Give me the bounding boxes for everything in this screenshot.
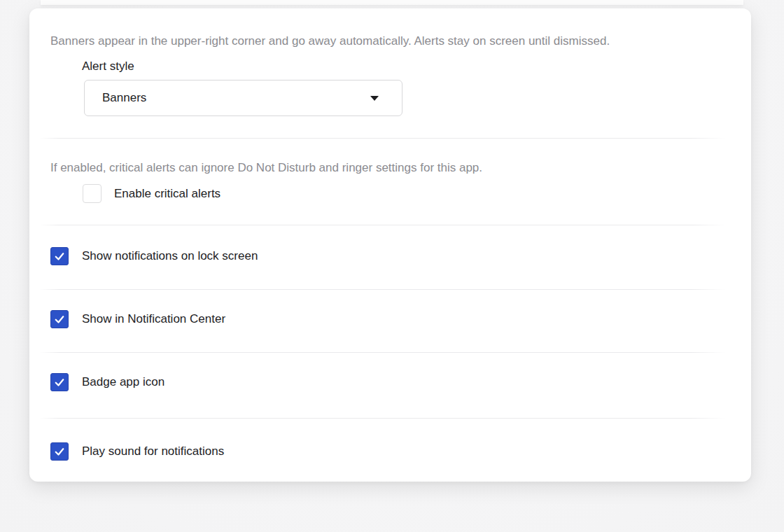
show-in-notification-center-row: Show in Notification Center [50, 310, 225, 328]
section-divider [39, 225, 726, 225]
show-in-notification-center-label[interactable]: Show in Notification Center [82, 312, 225, 326]
row-divider [39, 418, 726, 419]
row-divider [39, 352, 726, 353]
alert-style-label: Alert style [82, 59, 134, 74]
play-sound-row: Play sound for notifications [50, 442, 224, 461]
enable-critical-alerts-label[interactable]: Enable critical alerts [114, 187, 220, 201]
chevron-down-icon [370, 96, 379, 101]
enable-critical-alerts-checkbox[interactable] [83, 184, 102, 203]
alert-style-description: Banners appear in the upper-right corner… [50, 34, 610, 49]
badge-app-icon-label[interactable]: Badge app icon [82, 375, 164, 389]
page-background: Banners appear in the upper-right corner… [0, 0, 784, 532]
alert-style-dropdown[interactable]: Banners [84, 80, 402, 116]
show-on-lock-screen-checkbox[interactable] [50, 247, 69, 265]
show-on-lock-screen-label[interactable]: Show notifications on lock screen [82, 249, 258, 263]
row-divider [39, 289, 726, 290]
play-sound-label[interactable]: Play sound for notifications [82, 444, 224, 458]
badge-app-icon-checkbox[interactable] [50, 373, 69, 391]
notification-settings-card: Banners appear in the upper-right corner… [29, 8, 751, 482]
section-divider [39, 138, 726, 139]
adjacent-card-edge [41, 0, 743, 5]
checkmark-icon [53, 250, 66, 262]
show-on-lock-screen-row: Show notifications on lock screen [50, 247, 258, 265]
show-in-notification-center-checkbox[interactable] [50, 310, 69, 328]
enable-critical-alerts-row: Enable critical alerts [83, 184, 220, 203]
alert-style-selected-value: Banners [102, 91, 370, 105]
play-sound-checkbox[interactable] [50, 442, 69, 461]
critical-alerts-description: If enabled, critical alerts can ignore D… [50, 160, 482, 176]
checkmark-icon [53, 376, 66, 388]
badge-app-icon-row: Badge app icon [50, 373, 164, 391]
checkmark-icon [53, 313, 66, 326]
checkmark-icon [53, 445, 66, 458]
